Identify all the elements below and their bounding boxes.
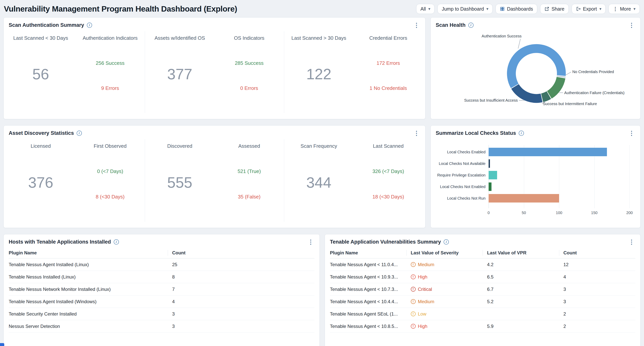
- panel-menu-kebab-icon[interactable]: [307, 239, 314, 245]
- table-row[interactable]: Nessus Server Detection 3: [9, 320, 314, 333]
- severity-icon: [411, 312, 416, 316]
- info-icon[interactable]: [444, 239, 449, 245]
- bar-plot-area: 0 50 100 150 200: [488, 146, 630, 204]
- stat-licensed: Licensed 376: [6, 139, 76, 222]
- stat-success-line: 326 (<7 Days): [372, 168, 404, 174]
- severity-badge: Critical: [411, 287, 483, 292]
- panel-menu-kebab-icon[interactable]: [628, 130, 635, 136]
- donut-label-no-credentials: No Credentials Provided: [572, 70, 614, 74]
- stat-last-scanned-lt30: Last Scanned < 30 Days 56: [6, 31, 76, 113]
- panel-title: Summarize Local Checks Status: [436, 130, 516, 136]
- gridline: [630, 145, 630, 208]
- table-row[interactable]: Tenable Nessus Agent Installed (Linux) 2…: [9, 259, 314, 271]
- bar-local-checks-enabled: [488, 148, 607, 156]
- panel-menu-kebab-icon[interactable]: [413, 22, 420, 28]
- severity-badge: High: [411, 324, 483, 329]
- severity-badge: Low: [411, 311, 483, 317]
- dashboards-label: Dashboards: [507, 6, 533, 12]
- table-row[interactable]: Tenable Nessus Agent SEoL (1... Low 2: [330, 308, 635, 320]
- bar-require-privilege-escalation: [488, 171, 497, 179]
- severity-badge: Medium: [411, 299, 483, 304]
- info-icon[interactable]: [468, 22, 474, 28]
- panel-menu-kebab-icon[interactable]: [413, 130, 420, 136]
- bar-local-checks-not-enabled: [488, 182, 492, 191]
- more-dropdown[interactable]: More: [608, 4, 640, 14]
- jump-to-dashboard-label: Jump to Dashboard: [442, 6, 484, 12]
- stat-last-scanned: Last Scanned 326 (<7 Days) 18 (<30 Days): [354, 139, 423, 222]
- table-row[interactable]: Tenable Nessus Agent < 10.8.5... High 5.…: [330, 320, 635, 333]
- stat-assets-identified-os: Assets w/Identified OS 377: [145, 31, 214, 113]
- stat-error-line: 35 (False): [238, 194, 261, 200]
- stat-success-line: 521 (True): [238, 168, 261, 174]
- col-header-vpr: Last Value of VPR: [482, 250, 559, 256]
- stat-error-line: 0 Errors: [235, 85, 264, 91]
- stat-error-line: 1 No Credentials: [370, 85, 407, 91]
- stat-success-line: 285 Success: [235, 60, 264, 66]
- more-label: More: [620, 6, 631, 12]
- stat-value: 56: [32, 65, 49, 83]
- scan-auth-stats: Last Scanned < 30 Days 56 Authentication…: [4, 29, 425, 118]
- x-axis-ticks: 0 50 100 150 200: [488, 211, 630, 216]
- severity-badge: High: [411, 274, 483, 280]
- severity-icon: [411, 324, 416, 329]
- stat-assessed: Assessed 521 (True) 35 (False): [214, 139, 284, 222]
- severity-icon: [411, 287, 416, 292]
- panel-title: Asset Discovery Statistics: [9, 130, 74, 136]
- col-header-severity: Last Value of Severity: [406, 250, 483, 256]
- panel-title: Hosts with Tenable Applications Installe…: [9, 239, 111, 245]
- more-kebab-icon: [613, 6, 618, 12]
- table-row[interactable]: Tenable Nessus Agent < 10.9.3... High 6.…: [330, 271, 635, 283]
- share-label: Share: [552, 6, 564, 12]
- info-icon[interactable]: [114, 239, 119, 245]
- stat-scan-frequency: Scan Frequency 344: [284, 139, 354, 222]
- severity-icon: [411, 275, 416, 279]
- dashboards-grid-icon: [500, 6, 505, 11]
- stat-error-line: 172 Errors: [370, 60, 407, 66]
- col-header-count: Count: [559, 250, 636, 256]
- stat-value: 122: [306, 65, 331, 83]
- panel-scan-authentication-summary: Scan Authentication Summary Last Scanned…: [4, 17, 426, 119]
- table-row[interactable]: Tenable Nessus Agent < 11.0.4... Medium …: [330, 259, 635, 271]
- table-row[interactable]: Tenable Nessus Agent Installed (Windows)…: [9, 296, 314, 308]
- export-label: Export: [583, 6, 597, 12]
- table-row[interactable]: Tenable Security Center Installed 3: [9, 308, 314, 320]
- panel-tenable-application-vulnerabilities: Tenable Application Vulnerabilities Summ…: [325, 234, 640, 346]
- dashboards-button[interactable]: Dashboards: [496, 4, 537, 14]
- stat-error-line: 8 (<30 Days): [96, 194, 125, 200]
- header-actions: All Jump to Dashboard Dashboards Share E…: [416, 4, 640, 14]
- share-button[interactable]: Share: [540, 4, 569, 14]
- info-icon[interactable]: [519, 131, 524, 136]
- bar-local-checks-not-run: [488, 194, 559, 203]
- panel-menu-kebab-icon[interactable]: [628, 239, 635, 245]
- all-filter-label: All: [420, 6, 426, 12]
- severity-icon: [411, 262, 416, 267]
- bar-category-labels: Local Checks Enabled Local Checks Not Av…: [436, 146, 488, 227]
- severity-badge: Medium: [411, 262, 483, 267]
- stat-error-line: 18 (<30 Days): [372, 194, 404, 200]
- stat-success-line: 256 Success: [96, 60, 124, 66]
- jump-to-dashboard-dropdown[interactable]: Jump to Dashboard: [438, 4, 493, 14]
- table-header-row: Plugin Name Last Value of Severity Last …: [330, 247, 635, 259]
- stat-value: 555: [167, 174, 192, 191]
- stat-value: 344: [306, 174, 331, 191]
- app-header: Vulnerability Management Program Health …: [0, 0, 644, 17]
- vulnerabilities-table: Plugin Name Last Value of Severity Last …: [325, 246, 640, 333]
- stat-value: 377: [167, 65, 192, 83]
- stat-authentication-indicators: Authentication Indicators 256 Success 9 …: [76, 31, 145, 113]
- table-row[interactable]: Tenable Nessus Network Monitor Installed…: [9, 283, 314, 296]
- table-header-row: Plugin Name Count: [9, 247, 314, 259]
- panel-hosts-with-tenable-applications: Hosts with Tenable Applications Installe…: [4, 234, 320, 346]
- table-row[interactable]: Tenable Nessus Agent < 10.7.3... Critica…: [330, 283, 635, 296]
- donut-label-insufficient-access: Success but Insufficient Access: [464, 98, 518, 102]
- export-dropdown[interactable]: Export: [572, 4, 606, 14]
- info-icon[interactable]: [77, 131, 82, 136]
- panel-menu-kebab-icon[interactable]: [628, 22, 635, 28]
- donut-label-intermittent-failure: Success but Intermittent Failure: [543, 102, 597, 106]
- bar-local-checks-not-available: [488, 159, 490, 168]
- table-row[interactable]: Tenable Nessus Agent < 10.4.4... Medium …: [330, 296, 635, 308]
- local-checks-bar-chart: Local Checks Enabled Local Checks Not Av…: [431, 137, 640, 227]
- info-icon[interactable]: [87, 22, 92, 28]
- all-filter-dropdown[interactable]: All: [416, 4, 434, 14]
- table-row[interactable]: Tenable Nessus Installed (Linux) 8: [9, 271, 314, 283]
- panel-scan-health: Scan Health: [430, 17, 640, 119]
